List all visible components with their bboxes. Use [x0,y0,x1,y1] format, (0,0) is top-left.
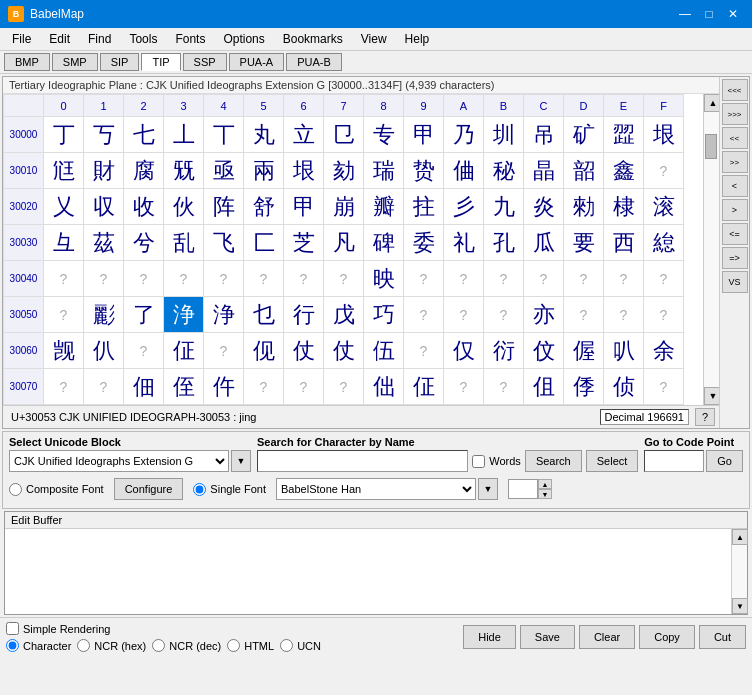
char-cell[interactable]: ? [164,261,204,297]
char-cell[interactable]: 了 [124,297,164,333]
char-cell[interactable]: 侄 [164,369,204,405]
menu-help[interactable]: Help [397,30,438,48]
char-cell[interactable]: 韶 [564,153,604,189]
char-cell[interactable]: 伣 [244,333,284,369]
char-cell[interactable]: 乜 [244,297,284,333]
tab-bmp[interactable]: BMP [4,53,50,71]
char-cell[interactable]: 㔾 [324,117,364,153]
char-cell[interactable]: 棣 [604,189,644,225]
char-cell[interactable]: 余 [644,333,684,369]
char-cell[interactable]: 劾 [324,153,364,189]
scroll-up-btn[interactable]: ▲ [704,94,719,112]
char-cell[interactable]: 叭 [604,333,644,369]
char-cell[interactable]: 拄 [404,189,444,225]
edit-buffer-textarea[interactable] [5,529,731,609]
copy-button[interactable]: Copy [639,625,695,649]
char-cell[interactable]: 圳 [484,117,524,153]
char-search-input[interactable] [257,450,468,472]
char-cell[interactable]: 碑 [364,225,404,261]
char-cell[interactable]: 瑞 [364,153,404,189]
char-cell[interactable]: 亦 [524,297,564,333]
char-cell[interactable]: 瓣 [364,189,404,225]
char-cell[interactable]: ? [324,261,364,297]
select-button[interactable]: Select [586,450,639,472]
char-cell[interactable]: 瓜 [524,225,564,261]
menu-view[interactable]: View [353,30,395,48]
char-cell[interactable]: 甲 [404,117,444,153]
char-cell[interactable]: 丄 [164,117,204,153]
menu-fonts[interactable]: Fonts [167,30,213,48]
char-cell[interactable]: 乱 [164,225,204,261]
nav-first-btn[interactable]: <<< [722,79,748,101]
char-cell[interactable]: ? [444,297,484,333]
encoding-ncr-dec-radio[interactable] [152,639,165,652]
char-cell[interactable]: 亟 [204,153,244,189]
char-cell[interactable]: 兓 [164,153,204,189]
char-cell[interactable]: 巧 [364,297,404,333]
char-cell[interactable]: ? [604,297,644,333]
char-cell[interactable]: 伩 [524,333,564,369]
char-cell[interactable]: 仗 [284,333,324,369]
char-cell[interactable]: 伹 [524,369,564,405]
save-button[interactable]: Save [520,625,575,649]
char-cell[interactable]: 觊 [44,333,84,369]
encoding-ncr-hex-radio[interactable] [77,639,90,652]
buffer-scroll-down[interactable]: ▼ [732,598,748,614]
char-cell[interactable]: 㑋 [444,153,484,189]
char-cell[interactable]: 歰 [604,117,644,153]
encoding-ucn-radio[interactable] [280,639,293,652]
char-cell[interactable]: 炎 [524,189,564,225]
help-button[interactable]: ? [695,408,715,426]
nav-last-btn[interactable]: >>> [722,103,748,125]
menu-file[interactable]: File [4,30,39,48]
char-cell[interactable]: ? [404,261,444,297]
char-cell[interactable]: ? [644,153,684,189]
simple-rendering-checkbox[interactable] [6,622,19,635]
char-cell[interactable]: ? [244,261,284,297]
char-cell[interactable]: 兮 [124,225,164,261]
encoding-html-radio[interactable] [227,639,240,652]
configure-button[interactable]: Configure [114,478,184,500]
nav-prev-btn[interactable]: < [722,175,748,197]
char-cell[interactable]: 阵 [204,189,244,225]
char-cell[interactable]: ? [44,369,84,405]
char-cell[interactable]: 垠 [284,153,324,189]
char-cell[interactable]: 伍 [364,333,404,369]
char-cell[interactable]: 礼 [444,225,484,261]
char-cell[interactable]: 茲 [84,225,124,261]
char-cell[interactable]: 贽 [404,153,444,189]
words-checkbox[interactable] [472,455,485,468]
char-cell[interactable]: 九 [484,189,524,225]
char-cell[interactable]: ? [324,369,364,405]
char-cell[interactable]: 戊 [324,297,364,333]
font-size-up-btn[interactable]: ▲ [538,479,552,489]
char-cell[interactable]: ? [84,369,124,405]
char-cell[interactable]: 崩 [324,189,364,225]
char-cell[interactable]: ? [284,369,324,405]
char-cell[interactable]: ? [124,261,164,297]
char-cell[interactable]: 緿 [644,225,684,261]
char-cell[interactable]: 行 [284,297,324,333]
font-select[interactable]: BabelStone Han [276,478,476,500]
code-point-input[interactable]: $0000 [644,450,704,472]
char-cell[interactable]: 秘 [484,153,524,189]
char-cell[interactable]: 尩 [44,153,84,189]
char-cell[interactable]: 仵 [204,369,244,405]
char-cell[interactable]: 浄 [204,297,244,333]
minimize-button[interactable]: — [674,5,696,23]
char-cell[interactable]: 財 [84,153,124,189]
char-cell[interactable]: 乂 [44,189,84,225]
char-cell[interactable]: ? [444,369,484,405]
char-cell[interactable]: 收 [124,189,164,225]
menu-bookmarks[interactable]: Bookmarks [275,30,351,48]
char-cell[interactable]: 彲 [84,297,124,333]
char-cell[interactable]: 吊 [524,117,564,153]
char-cell[interactable]: ? [284,261,324,297]
char-cell[interactable]: 佂 [404,369,444,405]
char-cell[interactable]: ? [204,261,244,297]
char-cell[interactable]: ? [404,333,444,369]
search-button[interactable]: Search [525,450,582,472]
cut-button[interactable]: Cut [699,625,746,649]
char-cell[interactable]: ? [84,261,124,297]
char-cell[interactable]: 偓 [564,333,604,369]
